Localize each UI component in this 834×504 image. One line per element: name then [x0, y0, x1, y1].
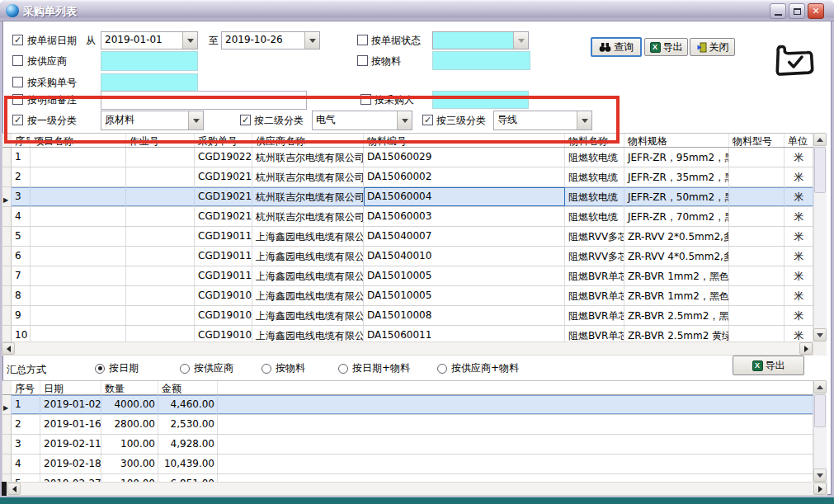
- table-cell[interactable]: 1: [12, 395, 40, 414]
- chevron-down-icon[interactable]: [304, 32, 319, 49]
- table-row[interactable]: 1CGD190227杭州联吉尔电缆有限公司DA15060029阻燃软电缆JEFR…: [2, 148, 814, 167]
- table-cell[interactable]: 10,439.00: [158, 455, 218, 473]
- table-cell[interactable]: 米: [785, 247, 813, 266]
- table-cell[interactable]: 2,530.00: [158, 415, 218, 434]
- table-row[interactable]: 10CGD190102上海鑫园电线电缆有限公司DA15060011阻燃BVR单芯…: [2, 326, 814, 342]
- table-cell[interactable]: 阻燃RVV多芯: [565, 247, 624, 266]
- table-cell[interactable]: 杭州联吉尔电缆有限公司: [252, 207, 364, 226]
- table-cell[interactable]: CGD190227: [195, 148, 252, 167]
- table-cell[interactable]: [31, 227, 126, 246]
- column-header[interactable]: 数量: [101, 381, 158, 394]
- table-cell[interactable]: 米: [785, 306, 813, 325]
- supplier-input[interactable]: [101, 51, 198, 71]
- table-row[interactable]: 3CGD190218杭州联吉尔电缆有限公司DA15060004阻燃软电缆JEFR…: [2, 187, 814, 207]
- table-cell[interactable]: JEFR-ZR，35mm2，黑: [624, 167, 729, 186]
- table-cell[interactable]: 米: [785, 207, 813, 226]
- table-cell[interactable]: [729, 167, 785, 186]
- column-header[interactable]: 物料型号: [729, 134, 785, 147]
- table-row[interactable]: 9CGD190102上海鑫园电线电缆有限公司DA15010008阻燃BVR单芯Z…: [2, 306, 814, 326]
- table-cell[interactable]: 米: [785, 167, 813, 186]
- table-cell[interactable]: [126, 266, 195, 285]
- table-cell[interactable]: 4000.00: [101, 395, 158, 414]
- table-cell[interactable]: 米: [785, 326, 813, 342]
- table-cell[interactable]: [729, 326, 785, 342]
- table-cell[interactable]: DA15060002: [364, 167, 565, 186]
- checkbox-by-material[interactable]: [357, 55, 368, 66]
- title-bar[interactable]: 采购单列表: [0, 0, 834, 21]
- table-cell[interactable]: DA15060011: [364, 326, 565, 342]
- table-cell[interactable]: 阻燃BVR单芯: [565, 306, 624, 325]
- table-cell[interactable]: CGD190102: [195, 306, 252, 325]
- table-cell[interactable]: 2019-01-02: [40, 395, 101, 414]
- table-cell[interactable]: [126, 227, 195, 246]
- table-cell[interactable]: 3: [12, 435, 40, 454]
- table-cell[interactable]: [729, 286, 785, 305]
- main-table-hscrollbar[interactable]: [2, 341, 813, 356]
- vscroll-thumb[interactable]: [814, 394, 826, 427]
- table-cell[interactable]: 10: [12, 326, 31, 342]
- table-cell[interactable]: 4,460.00: [158, 395, 218, 414]
- table-cell[interactable]: 米: [785, 187, 813, 206]
- table-cell[interactable]: [218, 455, 813, 473]
- column-header[interactable]: 序号: [12, 381, 40, 394]
- table-cell[interactable]: 阻燃软电缆: [565, 167, 624, 186]
- column-header[interactable]: [218, 381, 813, 394]
- table-cell[interactable]: [729, 148, 785, 167]
- table-cell[interactable]: 4: [12, 455, 40, 473]
- table-cell[interactable]: 上海鑫园电线电缆有限公司: [252, 306, 364, 325]
- table-cell[interactable]: CGD190218: [195, 167, 252, 186]
- table-cell[interactable]: [218, 395, 813, 414]
- table-cell[interactable]: 杭州联吉尔电缆有限公司: [252, 148, 364, 167]
- summary-table-hscrollbar[interactable]: [2, 482, 827, 496]
- table-cell[interactable]: 300.00: [101, 455, 158, 473]
- table-cell[interactable]: DA15060004: [364, 187, 565, 206]
- scroll-down-button[interactable]: [813, 469, 827, 482]
- table-cell[interactable]: 3: [12, 187, 31, 206]
- table-row[interactable]: 7CGD190116上海鑫园电线电缆有限公司DA15010005阻燃BVR单芯Z…: [2, 266, 814, 286]
- table-cell[interactable]: 2: [12, 415, 40, 434]
- table-cell[interactable]: 米: [785, 266, 813, 285]
- table-cell[interactable]: ZR-RVV 4*0.5mm2,多色: [624, 247, 729, 266]
- radio-by-date-material[interactable]: 按日期+物料: [338, 361, 410, 375]
- table-cell[interactable]: DA15010005: [364, 266, 565, 285]
- table-cell[interactable]: 阻燃BVR单芯: [565, 286, 624, 305]
- table-cell[interactable]: ZR-BVR 1mm2，黑色: [624, 266, 729, 285]
- table-cell[interactable]: [31, 187, 126, 206]
- table-cell[interactable]: [126, 207, 195, 226]
- table-cell[interactable]: 米: [785, 227, 813, 246]
- table-cell[interactable]: [31, 306, 126, 325]
- table-cell[interactable]: 阻燃RVV多芯: [565, 227, 624, 246]
- radio-by-supplier-material[interactable]: 按供应商+物料: [437, 361, 519, 375]
- table-cell[interactable]: 2019-02-18: [40, 455, 101, 473]
- table-cell[interactable]: 4: [12, 207, 31, 226]
- checkbox-by-supplier[interactable]: [12, 55, 23, 66]
- table-cell[interactable]: 上海鑫园电线电缆有限公司: [252, 286, 364, 305]
- table-cell[interactable]: 杭州联吉尔电缆有限公司: [252, 187, 364, 206]
- status-select[interactable]: [432, 31, 529, 49]
- table-cell[interactable]: 阻燃BVR单芯: [565, 266, 624, 285]
- table-cell[interactable]: DA15040010: [364, 247, 565, 266]
- table-cell[interactable]: 阻燃软电缆: [565, 207, 624, 226]
- table-cell[interactable]: [31, 266, 126, 285]
- summary-table[interactable]: 序号日期数量金额12019-01-024000.004,460.0022019-…: [2, 380, 814, 483]
- table-row[interactable]: 5CGD190116上海鑫园电线电缆有限公司DA15040007阻燃RVV多芯Z…: [2, 227, 814, 247]
- table-cell[interactable]: 6: [12, 247, 31, 266]
- material-input[interactable]: [432, 51, 530, 70]
- table-cell[interactable]: 阻燃BVR单芯: [565, 326, 624, 342]
- table-cell[interactable]: 2019-01-16: [40, 415, 101, 434]
- table-cell[interactable]: [126, 148, 195, 167]
- minimize-button[interactable]: [770, 3, 786, 19]
- table-cell[interactable]: [126, 306, 195, 325]
- table-cell[interactable]: [126, 167, 195, 186]
- table-cell[interactable]: [126, 326, 195, 342]
- table-row[interactable]: 6CGD190116上海鑫园电线电缆有限公司DA15040010阻燃RVV多芯Z…: [2, 247, 814, 266]
- maximize-button[interactable]: [789, 3, 805, 19]
- query-button[interactable]: 查询: [591, 37, 642, 57]
- table-cell[interactable]: [729, 247, 785, 266]
- table-cell[interactable]: [126, 286, 195, 305]
- table-cell[interactable]: 9: [12, 306, 31, 325]
- table-cell[interactable]: DA15010008: [364, 306, 565, 325]
- radio-by-date[interactable]: 按日期: [95, 361, 139, 375]
- scroll-right-button[interactable]: [799, 342, 813, 355]
- date-from-select[interactable]: 2019-01-01: [101, 31, 198, 49]
